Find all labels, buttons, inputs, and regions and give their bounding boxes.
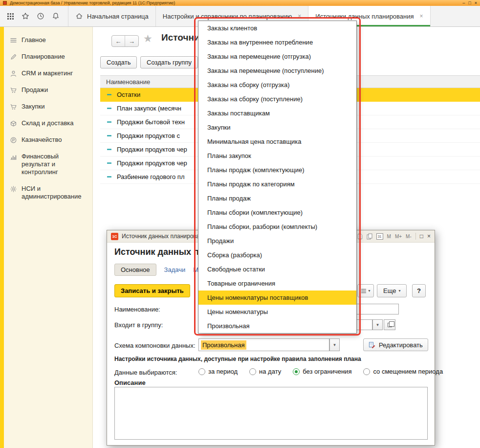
dropdown-item[interactable]: Заказы на сборку (отгрузка) (198, 78, 356, 92)
tab-zadachi[interactable]: Задачи (164, 266, 186, 273)
dropdown-item[interactable]: Сборка (разборка) (198, 248, 356, 262)
sidebar-item-label: Склад и доставка (22, 119, 74, 127)
service-buttons (0, 6, 68, 26)
main-menu-icon[interactable] (4, 10, 17, 22)
radio-label: со смещением периода (373, 368, 443, 375)
navigation-buttons: ← → (111, 35, 139, 47)
sidebar-item-crm-marketing[interactable]: CRM и маркетинг (4, 65, 92, 82)
maximize-button[interactable]: □ (468, 0, 471, 5)
create-group-button[interactable]: Создать группу (140, 56, 198, 68)
row-label: Продажи бытовой техн (117, 118, 185, 126)
radio-so-smeshcheniem-perioda[interactable]: со смещением периода (363, 368, 443, 375)
favorite-star-icon[interactable]: ★ (143, 33, 153, 45)
sidebar-item-zakupki[interactable]: Закупки (4, 98, 92, 115)
more-button[interactable]: Еще ▾ (377, 284, 407, 297)
sidebar-item-prodazhi[interactable]: Продажи (4, 82, 92, 98)
dropdown-item[interactable]: Планы продаж (комплектующие) (198, 163, 356, 177)
help-button[interactable]: ? (412, 284, 426, 297)
dropdown-item[interactable]: Планы закупок (198, 149, 356, 163)
create-button[interactable]: Создать (100, 56, 137, 68)
dropdown-item[interactable]: Минимальная цена поставщика (198, 134, 356, 149)
save-close-button[interactable]: Записать и закрыть (114, 284, 190, 297)
pages-icon[interactable] (367, 233, 372, 240)
dropdown-item[interactable]: Заказы на сборку (поступление) (198, 92, 356, 106)
close-tab-icon[interactable]: × (298, 13, 301, 20)
menu-lines-icon (10, 37, 17, 44)
dropdown-item[interactable]: Заказы клиентов (198, 21, 356, 35)
window-titlebar: Демонстрационная база / Управление торго… (0, 0, 480, 6)
purchases-cart-icon (10, 103, 17, 111)
dropdown-item[interactable]: Продажи (198, 234, 356, 248)
settings-section-header: Настройки источника данных, доступные пр… (114, 356, 361, 362)
data-source-item-icon (106, 119, 112, 125)
radio-na-datu[interactable]: на дату (249, 368, 281, 375)
open-icon (388, 323, 392, 327)
dropdown-item[interactable]: Заказы поставщикам (198, 106, 356, 120)
dropdown-item[interactable]: Произвольная (198, 319, 356, 333)
toolbar-extra-icon-button[interactable]: ▾ (357, 284, 374, 297)
dropdown-item[interactable]: Планы продаж по категориям (198, 177, 356, 191)
divider (415, 233, 416, 240)
schema-combo-input[interactable]: Произвольная (198, 338, 329, 351)
row-label: Разбиение годового пл (117, 173, 185, 180)
dialog-maximize-button[interactable]: □ (420, 233, 423, 240)
dropdown-item[interactable]: Планы сборки, разборки (комплекты) (198, 220, 356, 234)
sidebar-item-finansovyi-rezultat[interactable]: Финансовый результат и контроллинг (4, 148, 92, 180)
back-button[interactable]: ← (112, 36, 125, 46)
sidebar-item-label: НСИ и администрирование (22, 185, 88, 201)
page-icon[interactable] (357, 233, 363, 240)
schema-dropdown-arrow-icon[interactable]: ▾ (329, 338, 340, 351)
memory-m-plus-button[interactable]: М+ (395, 234, 402, 239)
calendar-icon[interactable]: 31 (376, 233, 383, 240)
dropdown-item[interactable]: Цены номенклатуры (198, 305, 356, 319)
app-window: Демонстрационная база / Управление торго… (0, 0, 480, 448)
radio-label: без ограничения (303, 368, 351, 375)
dropdown-item[interactable]: Закупки (198, 120, 356, 134)
row-label: Продажи продуктов чер (117, 159, 187, 167)
edit-schema-button[interactable]: Редактировать (363, 338, 428, 351)
radio-bez-ogranicheniya[interactable]: без ограничения (293, 368, 351, 375)
dropdown-item[interactable]: Заказы на перемещение (поступление) (198, 64, 356, 78)
more-button-label: Еще (383, 287, 396, 294)
memory-m-button[interactable]: М (387, 234, 391, 239)
close-button[interactable]: × (475, 0, 477, 5)
description-textarea[interactable] (114, 387, 428, 440)
radio-icon (249, 368, 256, 375)
dropdown-item-selected[interactable]: Цены номенклатуры поставщиков (198, 291, 356, 305)
dropdown-item[interactable]: Заказы на внутреннее потребление (198, 35, 356, 49)
close-tab-icon[interactable]: × (420, 13, 423, 20)
tab-home[interactable]: Начальная страница (68, 6, 156, 26)
radio-za-period[interactable]: за период (198, 368, 238, 375)
sidebar-item-glavnoe[interactable]: Главное (4, 32, 92, 48)
sidebar-item-label: CRM и маркетинг (22, 69, 73, 77)
dropdown-item[interactable]: Товарные ограничения (198, 276, 356, 291)
schema-field-label: Схема компоновки данных: (114, 342, 196, 349)
dropdown-item[interactable]: Свободные остатки (198, 262, 356, 276)
window-controls: – □ × (462, 0, 477, 5)
memory-m-minus-button[interactable]: М- (406, 234, 412, 239)
favorites-star-icon[interactable] (19, 10, 32, 22)
dropdown-item[interactable]: Планы сборки (комплектующие) (198, 205, 356, 220)
group-open-button[interactable] (384, 319, 395, 330)
sidebar-item-nsi-administrirovanie[interactable]: НСИ и администрирование (4, 180, 92, 205)
tab-label: Настройки и справочники по планированию (163, 13, 292, 20)
sales-cart-icon (10, 87, 17, 94)
dialog-close-button[interactable]: × (427, 233, 431, 240)
group-dropdown-arrow-icon[interactable]: ▾ (372, 319, 383, 330)
minimize-button[interactable]: – (462, 0, 465, 5)
dropdown-item[interactable]: Заказы на перемещение (отгрузка) (198, 49, 356, 64)
sidebar-item-kaznacheystvo[interactable]: Казначейство (4, 132, 92, 148)
data-source-item-icon (106, 174, 112, 180)
history-icon[interactable] (34, 10, 47, 22)
forward-button[interactable]: → (125, 36, 138, 46)
row-label: Продажи продуктов с (117, 132, 180, 139)
data-source-item-icon (106, 105, 112, 112)
dropdown-item[interactable]: Планы продаж (198, 191, 356, 205)
notifications-bell-icon[interactable] (49, 10, 62, 22)
sidebar-item-sklad-dostavka[interactable]: Склад и доставка (4, 115, 92, 132)
sidebar-item-label: Финансовый результат и контроллинг (22, 153, 88, 176)
sidebar-item-planirovanie[interactable]: Планирование (4, 48, 92, 65)
edit-button-label: Редактировать (379, 341, 423, 349)
row-label: План закупок (месячн (117, 105, 181, 112)
tab-osnovnoe[interactable]: Основное (114, 264, 156, 276)
